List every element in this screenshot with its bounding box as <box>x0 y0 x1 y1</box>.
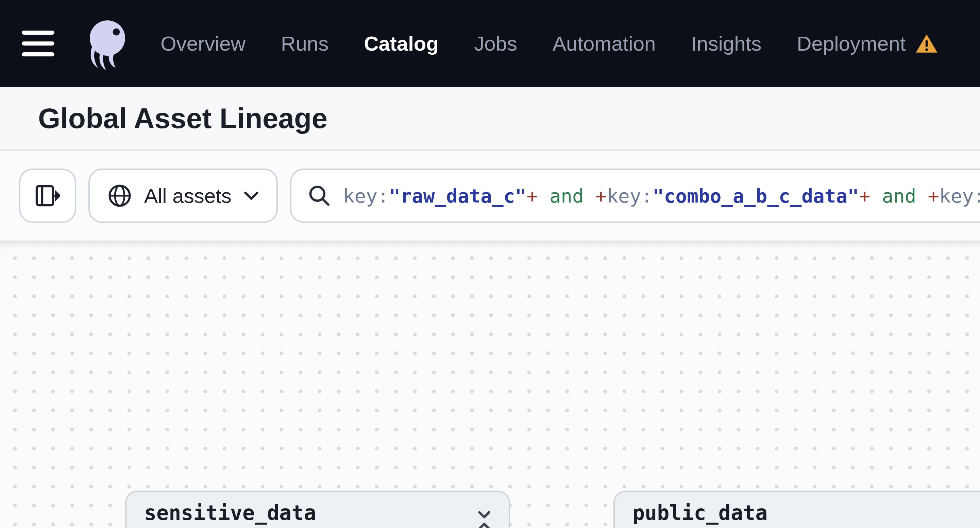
group-title: public_data <box>633 500 980 526</box>
query-token-value: "combo_a_b_c_data" <box>652 185 859 207</box>
collapse-group-icon <box>476 510 492 528</box>
lineage-graph-canvas[interactable]: sensitive_dataexample_copublic_dataexamp… <box>0 241 980 528</box>
nav-item-insights[interactable]: Insights <box>691 32 761 55</box>
nav-item-automation[interactable]: Automation <box>552 32 656 55</box>
nav-item-overview[interactable]: Overview <box>161 32 245 55</box>
query-token-value: "raw_data_c" <box>389 185 527 207</box>
query-token-op: + <box>527 185 538 207</box>
hamburger-menu-icon[interactable] <box>22 30 54 56</box>
search-icon <box>308 184 331 207</box>
nav-item-label: Overview <box>161 32 245 55</box>
query-token-attr: key: <box>939 185 980 207</box>
asset-selection-query: key:"raw_data_c"+ and +key:"combo_a_b_c_… <box>343 182 980 209</box>
query-token-attr: key: <box>607 185 652 207</box>
dagster-logo[interactable] <box>79 15 136 72</box>
nav-item-label: Runs <box>281 32 328 55</box>
collapse-group-button[interactable] <box>476 510 492 528</box>
nav-item-runs[interactable]: Runs <box>281 32 328 55</box>
page-title: Global Asset Lineage <box>38 102 328 135</box>
nav-item-label: Jobs <box>474 32 517 55</box>
lineage-toolbar: All assets key:"raw_data_c"+ and +key:"c… <box>0 151 980 241</box>
query-token-op: + <box>595 185 607 207</box>
top-navbar: OverviewRunsCatalogJobsAutomationInsight… <box>0 0 980 87</box>
nav-item-label: Catalog <box>364 32 439 55</box>
asset-group-public_data: public_dataexample_co <box>613 491 980 528</box>
nav-item-label: Deployment <box>797 32 905 55</box>
query-token-op: + <box>859 185 870 207</box>
query-token-bool: and <box>870 185 928 207</box>
group-header[interactable]: sensitive_dataexample_co <box>127 492 509 528</box>
group-location: example_co <box>633 526 980 528</box>
query-token-attr: key: <box>343 185 389 207</box>
nav-item-label: Insights <box>691 32 761 55</box>
nav-item-jobs[interactable]: Jobs <box>474 32 517 55</box>
group-header[interactable]: public_dataexample_co <box>615 492 980 528</box>
query-token-bool: and <box>538 185 595 207</box>
nav-item-deployment[interactable]: Deployment <box>797 32 938 55</box>
query-token-op: + <box>928 185 939 207</box>
nav-item-catalog[interactable]: Catalog <box>364 32 439 55</box>
group-title: sensitive_data <box>144 500 491 526</box>
nav-item-label: Automation <box>552 32 656 55</box>
page-header: Global Asset Lineage Reload definitions <box>0 87 980 151</box>
chevron-down-icon <box>244 191 259 200</box>
globe-icon <box>107 184 132 208</box>
asset-search-input[interactable]: key:"raw_data_c"+ and +key:"combo_a_b_c_… <box>290 168 980 223</box>
main-nav: OverviewRunsCatalogJobsAutomationInsight… <box>161 32 938 55</box>
open-sidebar-button[interactable] <box>19 168 76 223</box>
asset-filter-dropdown[interactable]: All assets <box>88 168 278 223</box>
asset-filter-label: All assets <box>144 184 232 208</box>
asset-group-sensitive_data: sensitive_dataexample_co <box>125 491 510 528</box>
group-location: example_co <box>144 526 491 528</box>
deployment-warning-icon <box>915 33 938 54</box>
